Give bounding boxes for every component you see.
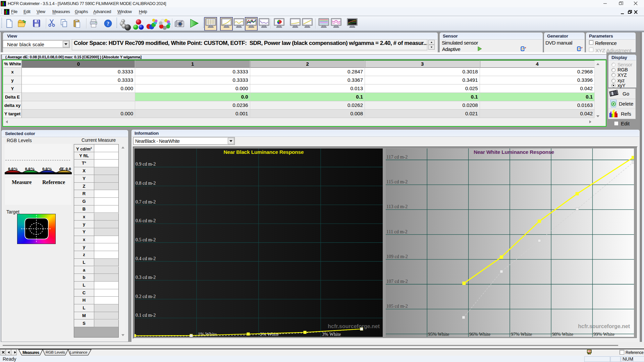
svg-text:?: ? [107, 21, 109, 26]
svg-text:97% White: 97% White [511, 332, 532, 337]
svg-text:0.0%: 0.0% [42, 166, 52, 171]
svg-text:96% White: 96% White [469, 332, 490, 337]
svg-text:111 cd m-2: 111 cd m-2 [386, 229, 408, 234]
svg-text:107 cd m-2: 107 cd m-2 [386, 279, 408, 284]
svg-text:113 cd m-2: 113 cd m-2 [386, 204, 408, 209]
svg-text:99% White: 99% White [593, 332, 614, 337]
svg-text:0.9 cd m-2: 0.9 cd m-2 [136, 162, 156, 167]
svg-text:3% White: 3% White [322, 332, 341, 337]
svg-text:109 cd m-2: 109 cd m-2 [386, 254, 408, 259]
svg-text:Luminance: Luminance [70, 350, 87, 354]
svg-text:Near White Luminance Response: Near White Luminance Response [474, 149, 554, 155]
svg-text:hcfr.sourceforge.net: hcfr.sourceforge.net [578, 323, 630, 329]
svg-text:0.6 cd m-2: 0.6 cd m-2 [136, 218, 156, 223]
svg-text:98% White: 98% White [552, 332, 573, 337]
svg-text:Measures: Measures [22, 350, 40, 355]
svg-text:hcfr.sourceforge.net: hcfr.sourceforge.net [328, 323, 380, 329]
svg-text:0.0%: 0.0% [8, 166, 18, 171]
svg-text:0.1 cd m-2: 0.1 cd m-2 [136, 313, 156, 318]
svg-text:1% White: 1% White [198, 332, 217, 337]
svg-text:0.2 cd m-2: 0.2 cd m-2 [136, 294, 156, 299]
svg-text:0.8 cd m-2: 0.8 cd m-2 [136, 181, 156, 186]
svg-text:0.7 cd m-2: 0.7 cd m-2 [136, 199, 156, 204]
svg-text:117 cd m-2: 117 cd m-2 [386, 155, 408, 160]
svg-text:0.4 cd m-2: 0.4 cd m-2 [136, 256, 156, 261]
svg-text:0.3 cd m-2: 0.3 cd m-2 [136, 275, 156, 280]
svg-text:115 cd m-2: 115 cd m-2 [386, 179, 408, 184]
svg-text:RGB Levels: RGB Levels [46, 350, 65, 354]
svg-text:95% White: 95% White [428, 332, 449, 337]
svg-text:105 cd m-2: 105 cd m-2 [386, 304, 408, 309]
svg-text:dE 0.0: dE 0.0 [59, 166, 71, 171]
svg-text:0.0%: 0.0% [25, 166, 35, 171]
svg-text:0.5 cd m-2: 0.5 cd m-2 [136, 237, 156, 242]
svg-text:Near Black Luminance Response: Near Black Luminance Response [224, 149, 304, 155]
